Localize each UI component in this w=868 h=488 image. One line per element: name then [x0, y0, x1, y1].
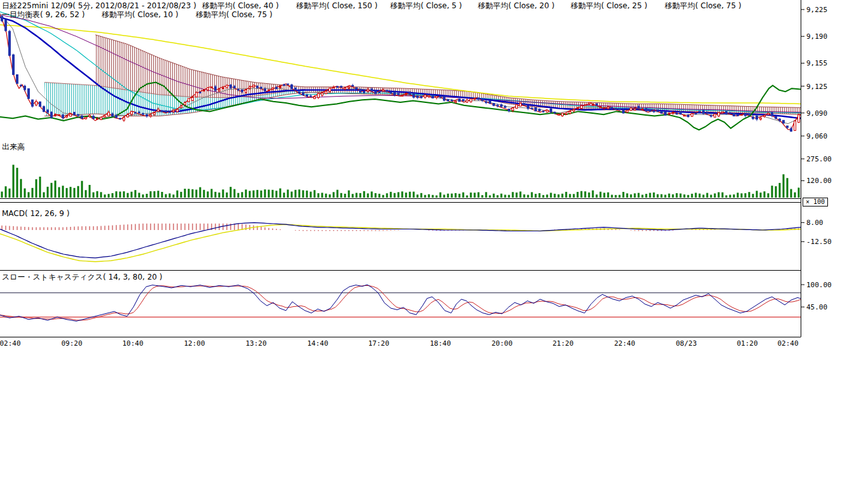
- axis-tick-label: 9,190: [806, 32, 827, 41]
- ichimoku-cloud: [44, 35, 801, 116]
- axis-tick-label: 100.00: [806, 281, 832, 289]
- axis-tick-label: 8.00: [806, 219, 824, 227]
- x-axis-tick-label: 02:40: [0, 339, 21, 348]
- axis-tick-label: 9,125: [806, 83, 827, 91]
- chart-window: 9,2259,1909,1559,1259,0909,060275.00120.…: [0, 0, 868, 488]
- chart-canvas[interactable]: 9,2259,1909,1559,1259,0909,060275.00120.…: [0, 0, 868, 356]
- x-axis-tick-label: 01:20: [736, 339, 757, 348]
- axis-tick-label: 120.00: [806, 177, 832, 185]
- axis-tick-label: 9,060: [806, 132, 827, 140]
- stoch-d-line: [0, 285, 801, 320]
- x-axis-tick-label: 20:00: [491, 339, 512, 348]
- x-axis-tick-label: 08/23: [675, 339, 696, 348]
- macd-histogram-layer: [2, 224, 799, 231]
- x-axis-tick-label: 22:40: [614, 339, 635, 348]
- macd-pane-label: MACD( 12, 26, 9 ): [2, 209, 69, 218]
- x-axis-tick-label: 02:40: [777, 339, 798, 348]
- x-axis-tick-label: 12:00: [184, 339, 205, 348]
- axis-tick-label: -12.50: [806, 238, 832, 246]
- stochastics-pane: [0, 285, 801, 321]
- axis-tick-label: 275.00: [806, 155, 832, 163]
- volume-pane-label: 出来高: [2, 142, 25, 152]
- axis-tick-label: 45.00: [806, 303, 827, 311]
- stoch-k-line: [0, 285, 801, 321]
- x-axis-tick-label: 09:20: [61, 339, 82, 348]
- x-axis-tick-label: 17:20: [368, 339, 389, 348]
- x-axis-tick-label: 14:40: [307, 339, 328, 348]
- x-axis-tick-label: 10:40: [122, 339, 143, 348]
- x-axis-tick-label: 21:20: [552, 339, 573, 348]
- stoch-pane-label: スロー・ストキャスティクス( 14, 3, 80, 20 ): [2, 272, 162, 283]
- x-axis-tick-label: 18:40: [430, 339, 451, 348]
- axis-tick-label: 9,090: [806, 109, 827, 118]
- axis-tick-label: 9,155: [806, 59, 827, 67]
- x-axis-tick-label: 13:20: [245, 339, 266, 348]
- axis-tick-label: 9,225: [806, 6, 827, 14]
- volume-multiplier-badge: × 100: [803, 198, 828, 207]
- volume-bars-layer: [1, 165, 800, 198]
